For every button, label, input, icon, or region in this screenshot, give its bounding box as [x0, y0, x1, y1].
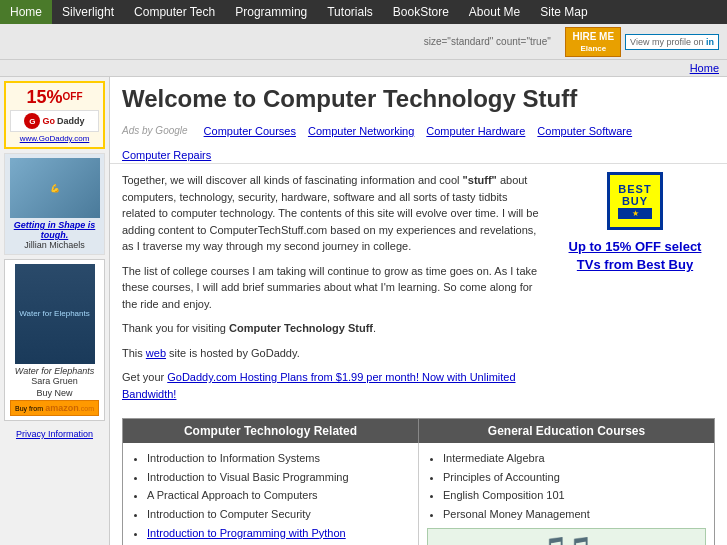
sub-link-hardware[interactable]: Computer Hardware: [426, 125, 525, 137]
ad-column: BEST BUY ★ Up to 15% OFF select TVs from…: [555, 172, 715, 410]
nav-bookstore[interactable]: BookStore: [383, 0, 459, 24]
sidebar: 15% OFF G GoDaddy www.GoDaddy.com 💪 Gett…: [0, 77, 110, 545]
home-breadcrumb: Home: [0, 60, 727, 77]
best-buy-logo: BEST BUY ★: [607, 172, 662, 230]
nav-about-me[interactable]: About Me: [459, 0, 530, 24]
list-item: English Composition 101: [443, 486, 706, 505]
content-header: Welcome to Computer Technology Stuff: [110, 77, 727, 123]
list-item: A Practical Approach to Computers: [147, 486, 410, 505]
courses-section: Computer Technology Related General Educ…: [122, 418, 715, 545]
web-link[interactable]: web: [146, 347, 166, 359]
col1-header: Computer Technology Related: [123, 419, 419, 443]
list-item: Principles of Accounting: [443, 468, 706, 487]
sub-link-software[interactable]: Computer Software: [537, 125, 632, 137]
book-ad: Water for Elephants Water for Elephants …: [4, 259, 105, 421]
sub-nav: Ads by Google Computer Courses Computer …: [110, 123, 727, 164]
page-title: Welcome to Computer Technology Stuff: [122, 85, 715, 113]
col2-list: Intermediate Algebra Principles of Accou…: [427, 449, 706, 524]
jillian-name: Jillian Michaels: [9, 240, 100, 250]
content-area: Welcome to Computer Technology Stuff Ads…: [110, 77, 727, 545]
nav-site-map[interactable]: Site Map: [530, 0, 597, 24]
list-item: Introduction to Visual Basic Programming: [147, 468, 410, 487]
hire-me-button[interactable]: HIRE MEElance: [565, 27, 621, 57]
list-item: Introduction to Computer Security: [147, 505, 410, 524]
courses-header: Computer Technology Related General Educ…: [123, 419, 714, 443]
nav-programming[interactable]: Programming: [225, 0, 317, 24]
sub-link-courses[interactable]: Computer Courses: [204, 125, 296, 137]
list-item: Introduction to Information Systems: [147, 449, 410, 468]
courses-col1: Introduction to Information Systems Intr…: [123, 443, 419, 545]
radio-widget: 🎵🎵 Add a Radio to your browser Powered b…: [427, 528, 706, 545]
nav-computer-tech[interactable]: Computer Tech: [124, 0, 225, 24]
godaddy-ad[interactable]: 15% OFF G GoDaddy www.GoDaddy.com: [4, 81, 105, 149]
book-author: Sara Gruen: [9, 376, 100, 386]
godaddy-hosting-link[interactable]: GoDaddy.com Hosting Plans from $1.99 per…: [122, 371, 516, 400]
main-wrapper: 15% OFF G GoDaddy www.GoDaddy.com 💪 Gett…: [0, 77, 727, 545]
text-column: Together, we will discover all kinds of …: [122, 172, 543, 410]
list-item: Intermediate Algebra: [443, 449, 706, 468]
sub-link-networking[interactable]: Computer Networking: [308, 125, 414, 137]
jillian-title[interactable]: Getting in Shape is tough.: [9, 220, 100, 240]
thanks-paragraph: Thank you for visiting Computer Technolo…: [122, 320, 543, 337]
python-link[interactable]: Introduction to Programming with Python: [147, 527, 346, 539]
godaddy-paragraph: Get your GoDaddy.com Hosting Plans from …: [122, 369, 543, 402]
sub-link-repairs[interactable]: Computer Repairs: [122, 149, 211, 161]
courses-paragraph: The list of college courses I am taking …: [122, 263, 543, 313]
book-image: Water for Elephants: [15, 264, 95, 364]
list-item: Introduction to Programming with Python: [147, 524, 410, 543]
nav-tutorials[interactable]: Tutorials: [317, 0, 383, 24]
home-link[interactable]: Home: [690, 62, 719, 74]
godaddy-off: OFF: [63, 91, 83, 102]
privacy-link[interactable]: Privacy Information: [0, 425, 109, 443]
book-title: Water for Elephants: [9, 366, 100, 376]
ads-by-google: Ads by Google: [122, 125, 188, 137]
godaddy-percent: 15%: [26, 87, 62, 108]
nav-bar: Home Silverlight Computer Tech Programmi…: [0, 0, 727, 24]
col1-list: Introduction to Information Systems Intr…: [131, 449, 410, 545]
main-content: Together, we will discover all kinds of …: [110, 164, 727, 418]
best-buy-offer[interactable]: Up to 15% OFF select TVs from Best Buy: [555, 238, 715, 274]
radio-icon: 🎵🎵: [434, 535, 699, 545]
jillian-image: 💪: [10, 158, 100, 218]
jillian-ad[interactable]: 💪 Getting in Shape is tough. Jillian Mic…: [4, 153, 105, 255]
amazon-button[interactable]: Buy from amazon.com: [10, 400, 99, 416]
nav-home[interactable]: Home: [0, 0, 52, 24]
top-bar: size="standard" count="true" HIRE MEElan…: [0, 24, 727, 60]
courses-body: Introduction to Information Systems Intr…: [123, 443, 714, 545]
size-text: size="standard" count="true": [424, 36, 551, 47]
nav-silverlight[interactable]: Silverlight: [52, 0, 124, 24]
intro-paragraph: Together, we will discover all kinds of …: [122, 172, 543, 255]
col2-header: General Education Courses: [419, 419, 714, 443]
godaddy-url[interactable]: www.GoDaddy.com: [10, 134, 99, 143]
courses-col2: Intermediate Algebra Principles of Accou…: [419, 443, 714, 545]
list-item: Personal Money Management: [443, 505, 706, 524]
linkedin-button[interactable]: View my profile on in: [625, 34, 719, 50]
hosted-paragraph: This web site is hosted by GoDaddy.: [122, 345, 543, 362]
buy-new-label: Buy New: [9, 388, 100, 398]
